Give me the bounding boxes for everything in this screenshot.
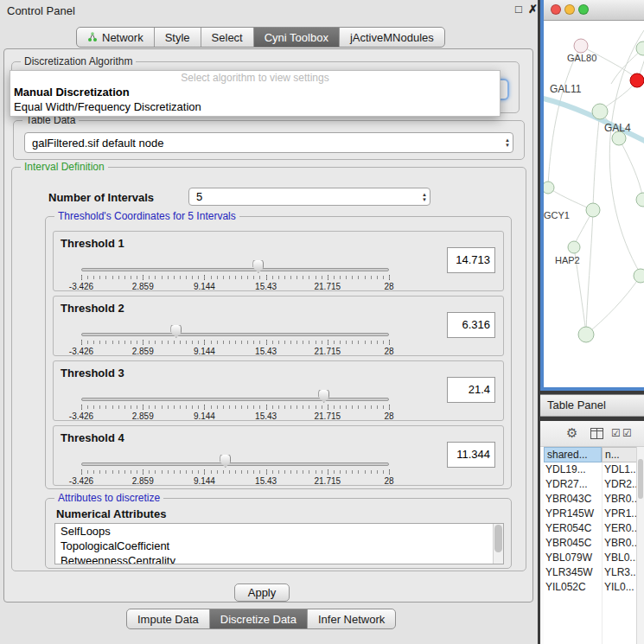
- tick-label: 9.144: [194, 282, 215, 291]
- cell: YDL19...: [545, 462, 601, 477]
- control-panel: Control Panel □ ✗ Network Style Select C…: [0, 0, 538, 644]
- thresholds-group-legend: Threshold's Coordinates for 5 Intervals: [54, 210, 239, 222]
- tab-style[interactable]: Style: [155, 28, 201, 47]
- threshold-4-value-field[interactable]: 11.344: [447, 442, 495, 468]
- cyni-toolbox-panel: Discretization Algorithm ▲ ▼ Select algo…: [3, 48, 533, 603]
- slider-track[interactable]: [81, 333, 389, 336]
- node-label-gal4: GAL4: [604, 122, 631, 134]
- tick-label: 21.715: [315, 411, 341, 421]
- tab-infer-network[interactable]: Infer Network: [308, 609, 395, 628]
- threshold-4-panel: Threshold 4 -3.426 2.859 9.144 15.43 21.…: [53, 425, 504, 486]
- threshold-2-value-field[interactable]: 6.316: [447, 312, 495, 338]
- columns-icon[interactable]: [590, 428, 603, 439]
- number-of-intervals-stepper-icon: ▲ ▼: [422, 188, 427, 205]
- list-item-selfloops[interactable]: SelfLoops: [55, 524, 503, 539]
- slider-minor-ticks: [81, 405, 390, 409]
- table-row[interactable]: YBR043CYBR0...: [544, 492, 641, 507]
- network-node[interactable]: [544, 182, 554, 194]
- scrollbar-thumb[interactable]: [638, 459, 643, 499]
- slider-track[interactable]: [81, 398, 389, 401]
- tab-select[interactable]: Select: [201, 28, 254, 47]
- threshold-1-slider[interactable]: -3.426 2.859 9.144 15.43 21.715 28: [81, 232, 389, 292]
- tab-jactivemnodules[interactable]: jActiveMNodules: [340, 28, 444, 47]
- slider-track[interactable]: [81, 268, 389, 271]
- network-node[interactable]: [568, 241, 580, 253]
- network-node[interactable]: [592, 104, 608, 119]
- minimize-traffic-light-icon[interactable]: [564, 4, 575, 15]
- tab-select-label: Select: [212, 31, 243, 44]
- cell: YLR3...: [604, 565, 639, 580]
- cell: YER054C: [545, 521, 601, 536]
- table-row[interactable]: YBL079WYBL0...: [544, 551, 641, 565]
- tab-network[interactable]: Network: [77, 28, 155, 47]
- tick-label: 28: [384, 347, 393, 356]
- network-node[interactable]: [636, 193, 644, 207]
- table-row[interactable]: YBR045CYBR0...: [544, 536, 641, 551]
- list-item-betweennesscentrality[interactable]: BetweennessCentrality: [55, 553, 503, 564]
- table-row[interactable]: YIL052CYIL0...: [544, 580, 641, 595]
- attributes-scrollbar[interactable]: [493, 524, 503, 564]
- slider-minor-ticks: [81, 276, 390, 279]
- network-node[interactable]: [578, 327, 594, 342]
- table-data-combobox[interactable]: galFiltered.sif default node ▲ ▼: [24, 132, 513, 153]
- network-node[interactable]: [586, 203, 600, 217]
- table-row[interactable]: YPR145WYPR1...: [544, 507, 641, 521]
- tab-discretize-data-label: Discretize Data: [220, 613, 296, 626]
- select-all-checkbox-icon[interactable]: ☑: [611, 427, 621, 439]
- threshold-3-slider[interactable]: -3.426 2.859 9.144 15.43 21.715 28: [81, 361, 389, 422]
- network-node[interactable]: [634, 269, 644, 283]
- network-canvas[interactable]: GAL80 GAL11 GAL4 GCY1 HAP2: [544, 22, 644, 387]
- slider-track[interactable]: [81, 462, 389, 466]
- table-row[interactable]: YER054CYER0...: [544, 521, 641, 536]
- table-panel: ⚙ ☑ ☑ shared... n... YDL19...YDL1... YDR…: [540, 421, 644, 644]
- network-node-labels: GAL80 GAL11 GAL4 GCY1 HAP2: [544, 53, 631, 265]
- network-node-selected-red[interactable]: [630, 73, 644, 87]
- tick-label: 21.715: [315, 282, 341, 291]
- tab-cyni-toolbox[interactable]: Cyni Toolbox: [254, 28, 340, 47]
- dropdown-option-equal-width-frequency[interactable]: Equal Width/Frequency Discretization: [10, 99, 500, 114]
- interval-definition-legend: Interval Definition: [21, 161, 108, 173]
- numerical-attributes-list: SelfLoops TopologicalCoefficient Between…: [54, 523, 504, 564]
- cell: YDR27...: [545, 477, 601, 492]
- cell: YPR1...: [604, 507, 639, 521]
- close-icon[interactable]: ✗: [528, 3, 538, 16]
- close-traffic-light-icon[interactable]: [551, 4, 561, 15]
- cell: YLR345W: [545, 565, 601, 580]
- scrollbar-thumb[interactable]: [494, 525, 502, 552]
- float-window-icon[interactable]: □: [515, 3, 522, 16]
- column-header-name[interactable]: n...: [602, 447, 641, 462]
- table-row[interactable]: YDL19...YDL1...: [544, 462, 641, 477]
- network-node-gal80[interactable]: [574, 39, 588, 53]
- table-panel-titlebar[interactable]: Table Panel: [540, 394, 644, 417]
- cell: YBR0...: [604, 536, 639, 551]
- threshold-4-slider[interactable]: -3.426 2.859 9.144 15.43 21.715 28: [81, 426, 389, 487]
- column-header-shared[interactable]: shared...: [544, 447, 602, 462]
- tick-label: -3.426: [69, 282, 93, 291]
- table-row[interactable]: YLR345WYLR3...: [544, 565, 641, 580]
- network-window-titlebar[interactable]: [544, 0, 644, 21]
- tab-discretize-data[interactable]: Discretize Data: [210, 609, 308, 628]
- select-none-checkbox-icon[interactable]: ☑: [622, 427, 632, 439]
- zoom-traffic-light-icon[interactable]: [578, 4, 589, 15]
- tab-impute-data[interactable]: Impute Data: [127, 609, 210, 628]
- discretization-algorithm-legend: Discretization Algorithm: [21, 55, 136, 67]
- tick-label: 15.43: [255, 347, 277, 356]
- cell: YBL0...: [604, 551, 639, 565]
- threshold-3-value-field[interactable]: 21.4: [447, 377, 495, 403]
- threshold-2-panel: Threshold 2 -3.426 2.859 9.144 15.43 21.…: [53, 296, 504, 356]
- list-item-topologicalcoefficient[interactable]: TopologicalCoefficient: [55, 539, 503, 553]
- dropdown-option-manual-discretization[interactable]: Manual Discretization: [10, 85, 500, 99]
- cell: YER0...: [604, 521, 639, 536]
- number-of-intervals-combobox[interactable]: 5 ▲ ▼: [188, 188, 430, 206]
- tick-label: 2.859: [132, 476, 154, 486]
- table-toolbar: ⚙ ☑ ☑: [540, 421, 644, 447]
- gear-icon[interactable]: ⚙: [566, 425, 577, 441]
- tick-label: 28: [384, 411, 393, 421]
- apply-button[interactable]: Apply: [234, 583, 290, 602]
- table-row[interactable]: YDR27...YDR2...: [544, 477, 641, 492]
- table-scrollbar[interactable]: [636, 447, 644, 644]
- bottom-tab-bar: Impute Data Discretize Data Infer Networ…: [126, 609, 396, 629]
- tick-label: 28: [384, 282, 393, 291]
- threshold-1-value-field[interactable]: 14.713: [447, 247, 495, 273]
- threshold-2-slider[interactable]: -3.426 2.859 9.144 15.43 21.715 28: [81, 296, 389, 357]
